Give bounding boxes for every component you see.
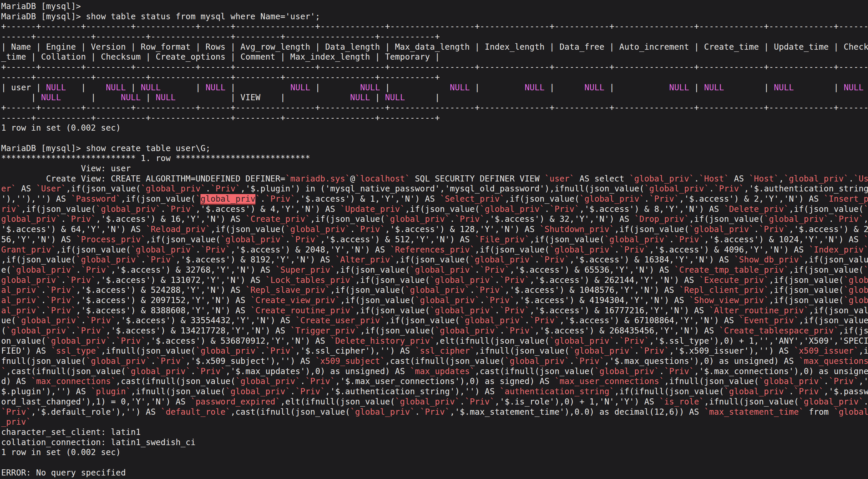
sql-identifier: `global_priv` <box>550 245 614 255</box>
null-value: NULL <box>774 83 794 92</box>
text-run: ,if(json_value( <box>789 265 864 275</box>
text-run: collation_connection: latin1_swedish_ci <box>1 438 195 447</box>
text-run: . <box>161 204 166 214</box>
text-run: . <box>41 306 46 315</box>
text-run: . <box>475 265 480 275</box>
text-run: ,'$.access') & 32768,'Y','N') AS <box>111 265 275 275</box>
text-run: . <box>450 214 455 224</box>
text-run: | <box>370 93 385 102</box>
sql-identifier: `Priv` <box>480 265 510 275</box>
text-run: . <box>824 376 829 386</box>
sql-identifier: `Reload_priv` <box>146 224 211 234</box>
sql-identifier: `global_priv` <box>604 235 669 244</box>
text-run: . <box>525 316 530 325</box>
text-run: . <box>285 235 290 244</box>
terminal-line: _time | Collation | Checksum | Create_op… <box>1 52 868 62</box>
text-run: MariaDB [mysql]> show create table user\… <box>1 143 210 153</box>
text-run: ,elt(ifnull(json_value( <box>435 336 550 346</box>
sql-identifier: `max_user_connections` <box>554 376 664 386</box>
sql-identifier: `global_priv` <box>764 214 829 224</box>
text-run: ,if(json_value( <box>121 194 195 204</box>
sql-identifier: `Priv` <box>266 194 295 204</box>
text-run: . <box>754 224 759 234</box>
sql-identifier: `Priv` <box>1 407 31 417</box>
text-run: MariaDB [mysql]> show table status from … <box>1 12 320 21</box>
text-run: . <box>151 356 156 366</box>
text-run: | VIEW | <box>176 93 350 102</box>
text-run: d) AS <box>1 376 31 386</box>
text-run: ,'$.access') & 1024,'Y','N') AS <box>704 235 864 244</box>
text-run: | <box>226 83 290 92</box>
text-run: ,'$.access') & 16384,'Y','N') AS <box>569 255 734 264</box>
text-run: ,'$.access') & 4194304,'Y','N') AS <box>515 295 689 305</box>
text-run: | <box>470 83 525 92</box>
sql-identifier: `mariadb.sys` <box>285 174 350 184</box>
text-run: . <box>41 285 46 295</box>
sql-identifier: `global_priv` <box>430 306 495 315</box>
sql-identifier: `global_priv` <box>236 376 301 386</box>
null-value: NULL <box>704 83 724 92</box>
text-run: e( <box>1 265 11 275</box>
sql-identifier: `User` <box>36 184 66 193</box>
text-run: ,if(json_val <box>809 306 868 315</box>
sql-identifier: `Priv` <box>200 245 230 255</box>
text-run: . <box>141 255 146 264</box>
text-run: ord_last_changed'),1) = 0,'Y','N') AS <box>1 397 191 407</box>
sql-identifier: `Lock_tables_priv` <box>266 275 355 285</box>
sql-identifier: `global_priv` <box>410 265 475 275</box>
text-run: . <box>300 376 305 386</box>
terminal-line: | Name | Engine | Version | Row_format |… <box>1 42 868 52</box>
sql-identifier: `global_priv` <box>644 184 709 193</box>
text-run: ,'$.access') & 4096,'Y','N') AS <box>649 245 809 255</box>
sql-identifier: `Priv` <box>500 275 530 285</box>
terminal-line: al_priv`.`Priv`,'$.access') & 2097152,'Y… <box>1 295 868 306</box>
text-run: ,'$.authentication_string <box>744 184 868 193</box>
terminal-line: ERROR: No query specified <box>1 468 868 478</box>
sql-identifier: `Host` <box>699 174 729 184</box>
text-run: . <box>864 397 868 407</box>
text-run: ,if(json_value( <box>360 326 435 336</box>
terminal-screen: MariaDB [mysql]>MariaDB [mysql]> show ta… <box>0 0 868 478</box>
sql-identifier: `global_priv` <box>350 407 415 417</box>
terminal-line: 1 row in set (0.002 sec) <box>1 447 868 458</box>
text-run: ,if(json_value( <box>769 275 844 285</box>
text-run: | <box>141 93 156 102</box>
text-run: . <box>470 285 475 295</box>
sql-identifier: _priv` <box>1 417 31 427</box>
text-run: ,' <box>859 376 868 386</box>
terminal-line: | user | NULL | NULL | NULL | NULL | NUL… <box>1 83 868 93</box>
null-value: NULL <box>106 83 126 92</box>
text-run: . <box>829 214 834 224</box>
text-run: . <box>669 235 674 244</box>
sql-identifier: `Priv` <box>420 407 450 417</box>
text-run: . <box>61 275 66 285</box>
sql-identifier: `global_priv` <box>415 295 480 305</box>
text-run: ,cast(ifnull(json_value( <box>6 366 126 376</box>
sql-identifier: `global_priv` <box>221 235 285 244</box>
text-run: ,'$.access') & 8,'Y','N') AS <box>580 204 724 214</box>
sql-identifier: `global_priv` <box>126 366 191 376</box>
terminal-line: global_priv`.`Priv`,'$.access') & 16,'Y'… <box>1 214 868 224</box>
text-run: ue( <box>1 316 16 325</box>
sql-identifier: `global_priv` <box>141 184 206 193</box>
text-run: | <box>604 83 669 92</box>
terminal-line: $.plugin'),'') AS `plugin`,ifnull(json_v… <box>1 387 868 397</box>
text-run: . <box>694 174 699 184</box>
sql-identifier: `global_priv` <box>385 214 450 224</box>
sql-identifier: `max_connections` <box>31 376 116 386</box>
text-run: . <box>480 295 485 305</box>
text-run: . <box>500 326 505 336</box>
text-run: . <box>81 316 86 325</box>
text-run: ,'$.max_questions'),0) as unsigned) AS <box>604 356 799 366</box>
sql-identifier: `Priv` <box>714 184 744 193</box>
text-run: | <box>161 83 206 92</box>
text-run: . <box>260 346 266 356</box>
text-run: . <box>495 275 500 285</box>
text-run: on_value( <box>1 336 46 346</box>
terminal-line: *************************** 1. row *****… <box>1 153 868 164</box>
sql-identifier: `global_priv` <box>689 224 754 234</box>
sql-identifier: `glob <box>844 295 868 305</box>
sql-identifier: `Priv` <box>829 376 859 386</box>
sql-identifier: `Alter_priv` <box>335 255 395 264</box>
null-value: NULL <box>350 93 370 102</box>
